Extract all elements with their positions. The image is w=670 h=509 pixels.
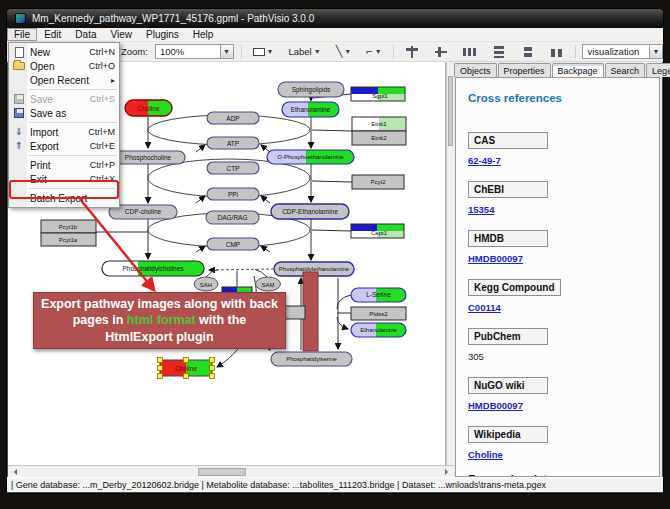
selection-handle[interactable]	[158, 358, 163, 363]
db-name-box: NuGO wiki	[468, 377, 548, 394]
node-gray-box-partial[interactable]	[285, 306, 305, 319]
canvas-horizontal-scrollbar[interactable]	[8, 465, 454, 477]
selection-handle[interactable]	[158, 366, 163, 371]
node-l-serine[interactable]: L-Serine	[351, 288, 406, 302]
scrollbar-thumb[interactable]	[448, 76, 453, 146]
tab-legend[interactable]: Legend	[646, 63, 670, 77]
menu-data[interactable]: Data	[68, 28, 103, 41]
xref-link[interactable]: 62-49-7	[468, 155, 649, 166]
file-menu-dropdown: New Ctrl+N Open Ctrl+O Open Recent ▸ Sav…	[8, 42, 120, 208]
zoom-combobox[interactable]: 100% ▼	[155, 44, 234, 59]
gene-datanode-button[interactable]: ▼	[249, 44, 278, 60]
node-pcyt2[interactable]: Pcyt2	[352, 175, 404, 189]
status-bar: | Gene database: ...m_Derby_20120602.bri…	[7, 477, 663, 492]
node-phosphatidylserine[interactable]: Phosphatidylserine	[271, 352, 352, 366]
menu-item-save[interactable]: Save Ctrl+S	[9, 92, 119, 106]
selection-handle[interactable]	[210, 358, 215, 363]
stack-horizontal-button[interactable]	[546, 44, 568, 60]
menu-plugins[interactable]: Plugins	[139, 28, 186, 41]
menu-item-print[interactable]: Print Ctrl+P	[9, 158, 119, 172]
xref-link[interactable]: HMDB00097	[468, 400, 649, 411]
node-sgpl1[interactable]: Sgpl1	[351, 87, 405, 101]
align-horizontal-center-button[interactable]	[401, 44, 423, 60]
node-ethanolamine-top[interactable]: Ethanolamine	[282, 102, 339, 117]
node-cept1[interactable]: Cept1	[351, 224, 404, 238]
stack-vertical-button[interactable]	[517, 44, 539, 60]
menu-item-open-recent[interactable]: Open Recent ▸	[9, 73, 119, 87]
xref-link[interactable]: Choline	[468, 449, 649, 460]
node-sah[interactable]: SAH	[194, 277, 218, 291]
title-bar[interactable]: Mm_Kennedy_pathway_WP1771_45176.gpml - P…	[7, 9, 663, 28]
menu-file[interactable]: File	[7, 28, 37, 41]
db-name-box: ChEBI	[468, 181, 548, 198]
cross-references-heading: Cross references	[468, 92, 649, 104]
distribute-horizontal-button[interactable]	[459, 44, 481, 60]
db-name-box: CAS	[468, 132, 548, 149]
node-phosphocholine[interactable]: Phosphocholine	[111, 151, 185, 164]
node-adp[interactable]: ADP	[207, 112, 259, 124]
node-phosphatidylcholines[interactable]: Phosphatidylcholines	[102, 261, 204, 276]
node-ctp[interactable]: CTP	[207, 162, 259, 174]
db-name-box: HMDB	[468, 230, 548, 247]
node-sam[interactable]: SAM	[256, 277, 281, 291]
menu-view[interactable]: View	[103, 28, 139, 41]
distribute-vertical-button[interactable]	[488, 44, 510, 60]
menu-item-save-as[interactable]: Save as	[9, 106, 119, 120]
svg-text:Sphingolipids: Sphingolipids	[292, 86, 331, 94]
scroll-left-icon[interactable]	[11, 469, 17, 475]
tab-objects[interactable]: Objects	[454, 63, 497, 77]
selection-handle[interactable]	[184, 358, 189, 363]
tab-backpage[interactable]: Backpage	[552, 63, 604, 77]
xref-link[interactable]: C00114	[468, 302, 649, 313]
scrollbar-thumb[interactable]	[198, 468, 246, 476]
node-pcyt1b[interactable]: Pcyt1b	[41, 220, 96, 233]
toolbar-separator	[393, 45, 394, 59]
distribute-horizontal-icon	[463, 46, 477, 58]
chevron-down-icon[interactable]: ▼	[649, 45, 662, 58]
node-choline-selected[interactable]: Choline	[158, 358, 215, 379]
node-sphingolipids[interactable]: Sphingolipids	[278, 82, 344, 97]
selection-handle[interactable]	[184, 374, 189, 379]
node-pcyt1a[interactable]: Pcyt1a	[41, 233, 96, 246]
node-cmp[interactable]: CMP	[207, 238, 259, 250]
menu-edit[interactable]: Edit	[37, 28, 68, 41]
xref-section-kegg: Kegg Compound C00114	[468, 277, 649, 313]
node-ppi[interactable]: PPi	[207, 188, 259, 200]
node-cdp-ethanolamine[interactable]: CDP-Ethanolamine	[271, 204, 349, 219]
node-etnk1[interactable]: Etnk1	[352, 117, 406, 131]
node-atp[interactable]: ATP	[207, 137, 259, 149]
connector-tool-button[interactable]: ⌐ ▼	[362, 44, 385, 60]
line-tool-button[interactable]: ╲ ▼	[332, 44, 356, 60]
stack-vertical-icon	[521, 46, 535, 58]
tab-search[interactable]: Search	[605, 63, 646, 77]
menu-item-import[interactable]: ⇓ Import Ctrl+M	[9, 125, 119, 139]
label-button[interactable]: Label ▼	[284, 44, 324, 60]
zoom-label: Zoom:	[121, 46, 148, 57]
selection-handle[interactable]	[158, 374, 163, 379]
node-etnk2[interactable]: Etnk2	[352, 131, 406, 145]
menu-item-open[interactable]: Open Ctrl+O	[9, 59, 119, 73]
node-ethanolamine-bottom[interactable]: Ethanolamine	[351, 323, 406, 337]
menu-item-new[interactable]: New Ctrl+N	[9, 45, 119, 59]
menu-item-batch-export[interactable]: Batch Export	[9, 191, 119, 205]
distribute-vertical-icon	[492, 46, 506, 58]
node-o-phosphoethanolamine[interactable]: O-Phosphoethanolamine	[267, 150, 354, 164]
canvas-vertical-scrollbar[interactable]	[446, 62, 454, 465]
menu-item-exit[interactable]: Exit Ctrl+X	[9, 172, 119, 186]
xref-link[interactable]: HMDB00097	[468, 253, 649, 264]
scroll-right-icon[interactable]	[445, 469, 451, 475]
visualization-combobox[interactable]: visualization ▼	[582, 44, 663, 59]
selection-handle[interactable]	[210, 366, 215, 371]
menu-help[interactable]: Help	[186, 28, 221, 41]
node-choline-top[interactable]: Choline	[125, 100, 172, 116]
menu-item-export[interactable]: ⇑ Export Ctrl+E	[9, 139, 119, 153]
menu-separator	[29, 120, 117, 123]
node-dag-rag[interactable]: DAG/RAG	[206, 211, 259, 224]
save-icon	[11, 94, 27, 104]
selection-handle[interactable]	[210, 374, 215, 379]
node-ptdss2[interactable]: Ptdss2	[351, 307, 406, 320]
tab-properties[interactable]: Properties	[498, 63, 551, 77]
align-vertical-center-button[interactable]	[430, 44, 452, 60]
xref-link[interactable]: 15354	[468, 204, 649, 215]
chevron-down-icon[interactable]: ▼	[220, 45, 233, 58]
